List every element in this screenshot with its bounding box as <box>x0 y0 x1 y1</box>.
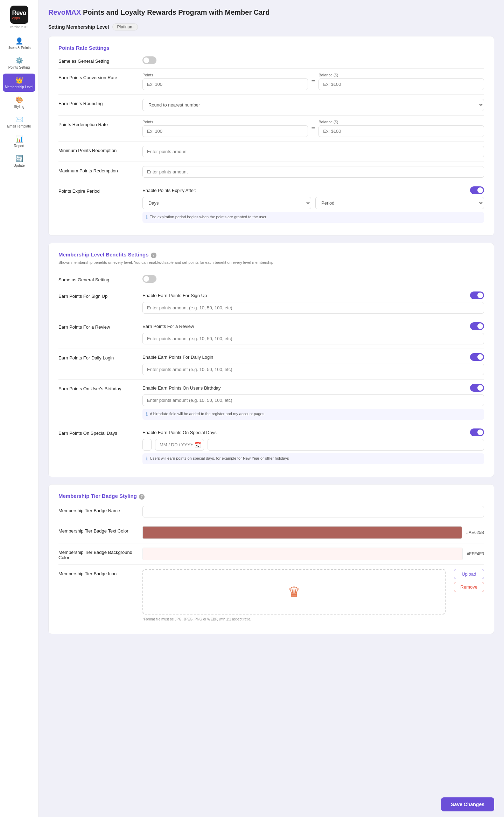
daily-login-row: Earn Points For Daily Login Enable Earn … <box>58 349 484 380</box>
upload-button[interactable]: Upload <box>454 569 484 579</box>
max-redemption-control <box>142 166 484 178</box>
max-redemption-input[interactable] <box>142 166 484 178</box>
expire-period-select[interactable]: Period <box>315 197 484 209</box>
users-icon: 👤 <box>15 37 23 45</box>
pts-balance-row: Points = Balance ($) <box>142 73 484 90</box>
sidebar-item-styling[interactable]: 🎨 Styling <box>3 93 35 111</box>
min-redemption-input[interactable] <box>142 146 484 157</box>
points-rate-card: Points Rate Settings Same as General Set… <box>48 36 494 236</box>
review-label: Earn Points For a Review <box>58 322 135 330</box>
red-bal-col: Balance ($) <box>318 120 484 137</box>
badge-bg-color-control: #FFF4F3 <box>142 548 484 560</box>
special-toggle[interactable] <box>470 428 484 436</box>
min-redemption-control <box>142 146 484 157</box>
red-balance-input[interactable] <box>318 125 484 137</box>
badge-icon-control: ♛ Upload Remove *Format file must be JPG… <box>142 569 484 621</box>
birthday-toggle[interactable] <box>470 384 484 392</box>
bg-color-swatch[interactable] <box>142 548 463 560</box>
same-general-control <box>142 56 484 64</box>
red-points-label: Points <box>142 120 308 124</box>
expire-row: Points Expire Period Enable Points Expir… <box>58 182 484 227</box>
expire-label: Points Expire Period <box>58 186 135 194</box>
text-color-code: #AE625B <box>466 530 484 535</box>
badge-title-row: Membership Tier Badge Styling ? <box>58 493 484 500</box>
rounding-select[interactable]: Round to nearest number Round up Round d… <box>142 99 484 111</box>
birthday-info-icon: ℹ <box>146 411 148 417</box>
review-toggle[interactable] <box>470 322 484 330</box>
red-pts-col: Points <box>142 120 308 137</box>
benefits-same-toggle[interactable] <box>142 275 156 283</box>
sidebar-item-email-template[interactable]: ✉️ Email Template <box>3 113 35 131</box>
red-points-input[interactable] <box>142 125 308 137</box>
review-toggle-slider <box>470 322 484 330</box>
review-enable-label: Earn Points For a Review <box>142 324 194 329</box>
benefits-title-row: Membership Level Benefits Settings ? <box>58 252 484 259</box>
daily-login-control: Enable Earn Points For Daily Login <box>142 353 484 375</box>
daily-toggle[interactable] <box>470 353 484 361</box>
sidebar-item-membership-level[interactable]: 👑 Membership Level <box>3 74 35 92</box>
time-input[interactable]: 20:00 <box>208 439 484 451</box>
points-setting-icon: ⚙️ <box>15 57 23 64</box>
remove-button[interactable]: Remove <box>454 582 484 592</box>
badge-icon-row: Membership Tier Badge Icon ♛ Upload Remo… <box>58 565 484 625</box>
min-redemption-row: Minimum Points Redemption <box>58 142 484 162</box>
sidebar-item-report[interactable]: 📊 Report <box>3 132 35 151</box>
benefits-help-icon[interactable]: ? <box>151 253 156 258</box>
section-header: Setting Membership Level Platinum <box>48 23 494 30</box>
brand-name: RevoMAX <box>48 8 81 16</box>
sidebar-item-users-points[interactable]: 👤 Users & Points <box>3 34 35 53</box>
same-general-toggle[interactable] <box>142 56 156 64</box>
save-button[interactable]: Save Changes <box>441 797 494 811</box>
earn-balance-input[interactable] <box>318 78 484 90</box>
daily-points-input[interactable] <box>142 364 484 375</box>
points-rate-title: Points Rate Settings <box>58 45 484 51</box>
signup-toggle[interactable] <box>470 291 484 299</box>
expire-days-select[interactable]: Days <box>142 197 311 209</box>
daily-login-label: Earn Points For Daily Login <box>58 353 135 361</box>
sidebar-item-points-setting[interactable]: ⚙️ Points Setting <box>3 54 35 72</box>
calendar-icon: 📅 <box>194 441 201 448</box>
signup-toggle-slider <box>470 291 484 299</box>
redemption-rate-row: Points Redemption Rate Points = Balance … <box>58 116 484 142</box>
membership-icon: 👑 <box>15 76 23 84</box>
sidebar-label-membership: Membership Level <box>5 85 34 89</box>
special-info-text: Users will earn points on special days. … <box>150 456 289 460</box>
expire-toggle[interactable] <box>470 186 484 194</box>
special-days-row: Earn Points On Special Days Enable Earn … <box>58 424 484 468</box>
rounding-row: Earn Points Rounding Round to nearest nu… <box>58 95 484 116</box>
birthday-info-box: ℹ A birthdate field will be added to the… <box>142 409 484 420</box>
birthday-points-input[interactable] <box>142 394 484 406</box>
red-equals: = <box>312 125 315 132</box>
daily-enable-row: Enable Earn Points For Daily Login <box>142 353 484 361</box>
main-content: RevoMAX Points and Loyalty Rewards Progr… <box>38 0 504 817</box>
title-rest: Points and Loyalty Rewards Program with … <box>81 8 270 16</box>
expire-toggle-slider <box>470 186 484 194</box>
earn-points-input[interactable] <box>142 78 308 90</box>
bal-col: Balance ($) <box>318 73 484 90</box>
expire-info-icon: ℹ <box>146 214 148 220</box>
signup-points-input[interactable] <box>142 302 484 314</box>
date-field-wrapper: 📅 <box>155 439 204 451</box>
review-points-input[interactable] <box>142 333 484 344</box>
benefits-subtitle: Shown membership benefits on every level… <box>58 260 484 265</box>
badge-name-input[interactable]: Platinum <box>142 506 484 517</box>
max-redemption-label: Maximum Points Redemption <box>58 166 135 173</box>
sidebar-label-points-setting: Points Setting <box>8 66 30 69</box>
badge-text-color-label: Membership Tier Badge Text Color <box>58 526 135 534</box>
special-points-input[interactable] <box>142 439 152 451</box>
earn-rate-label: Earn Points Conversion Rate <box>58 73 135 80</box>
badge-help-icon[interactable]: ? <box>139 494 145 500</box>
sidebar-item-update[interactable]: 🔄 Update <box>3 152 35 170</box>
special-inputs-row: 📅 20:00 <box>142 439 484 451</box>
signup-control: Enable Earn Points For Sign Up <box>142 291 484 314</box>
rounding-label: Earn Points Rounding <box>58 99 135 106</box>
special-enable-label: Enable Earn Points On Special Days <box>142 430 217 435</box>
sidebar-label-styling: Styling <box>14 105 24 109</box>
styling-icon: 🎨 <box>15 96 23 104</box>
upload-area: ♛ <box>142 569 446 615</box>
logo-subtext: Apps <box>12 16 26 20</box>
review-row: Earn Points For a Review Earn Points For… <box>58 318 484 349</box>
text-color-swatch[interactable] <box>142 526 462 539</box>
birthday-row: Earn Points On User's Birthday Enable Ea… <box>58 380 484 424</box>
special-days-label: Earn Points On Special Days <box>58 428 135 436</box>
